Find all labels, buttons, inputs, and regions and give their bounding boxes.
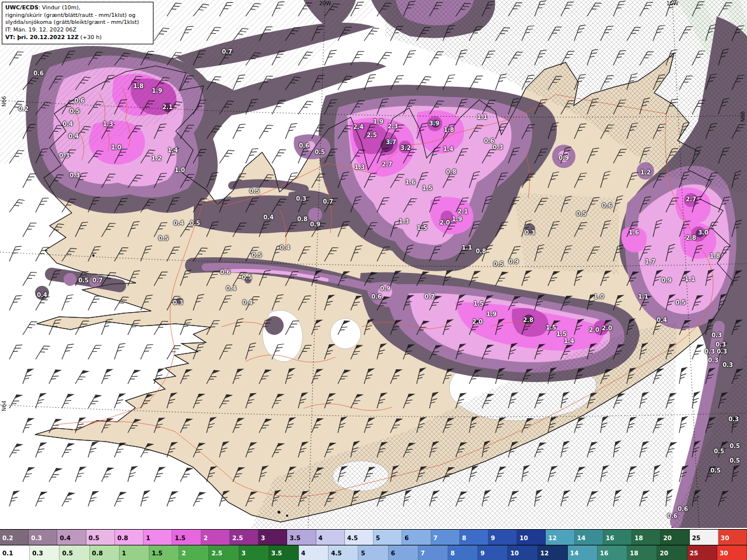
colorbar-cell: 14 xyxy=(568,545,598,560)
valid-time: VT: þri. 20.12.2022 12Z xyxy=(5,34,79,40)
colorbar-cell: 0.8 xyxy=(115,530,144,545)
graticule-label: 20W xyxy=(319,1,331,6)
colorbar-cell: 12 xyxy=(538,545,568,560)
colorbar-cell: 5 xyxy=(374,530,402,545)
colorbar-cell: 2 xyxy=(201,530,230,545)
colorbar-cell: 4 xyxy=(299,545,329,560)
colorbar-cell: 1.5 xyxy=(172,530,201,545)
product-subtitle: : Vindur (10m), xyxy=(39,4,81,10)
colorbar-cell: 0.3 xyxy=(29,530,57,545)
colorbar-cell: 30 xyxy=(717,545,747,560)
colorbar-cell: 1 xyxy=(144,530,172,545)
colorbar-cell: 16 xyxy=(598,545,627,560)
colorbar-cell: 4.5 xyxy=(329,545,358,560)
colorbar-cell: 18 xyxy=(627,545,657,560)
colorbar-cell: 1.5 xyxy=(149,545,179,560)
graticule-label: 15W xyxy=(666,1,678,6)
init-time: IT: Mán. 19. 12. 2022 06Z xyxy=(5,26,150,34)
colorbar-cell: 2 xyxy=(179,545,209,560)
colorbar-cell: 8 xyxy=(460,530,488,545)
graticule-label: N66 xyxy=(1,96,7,107)
graticule-label: N64 xyxy=(1,401,7,411)
product-name: UWC/ECDS xyxy=(5,4,39,10)
colorbar-cell: 16 xyxy=(603,530,632,545)
colorbar-cell: 12 xyxy=(546,530,574,545)
colorbar-cell: 0.5 xyxy=(60,545,89,560)
colorbar-cell: 0.3 xyxy=(30,545,60,560)
colorbar-cell: 7 xyxy=(431,530,460,545)
colorbar-cell: 14 xyxy=(575,530,603,545)
colorbar-cell: 3 xyxy=(259,530,287,545)
colorbar-cell: 7 xyxy=(418,545,448,560)
colorbar-cell: 6 xyxy=(389,545,418,560)
colorbar-cell: 6 xyxy=(402,530,431,545)
legend-snow-desc: slydda/snjókoma (grátt/bleikt/grænt - mm… xyxy=(5,19,150,26)
title-legend-box: UWC/ECDS: Vindur (10m), rigning/skúrir (… xyxy=(2,2,153,44)
weather-map xyxy=(0,0,747,529)
colorbar-snow-sleet: 0.20.30.40.50.811.522.533.544.5567891012… xyxy=(0,529,747,545)
colorbar-cell: 9 xyxy=(488,530,517,545)
colorbar-cell: 3.5 xyxy=(287,530,316,545)
colorbar-cell: 3 xyxy=(239,545,269,560)
colorbar-cell: 9 xyxy=(478,545,508,560)
colorbar-cell: 0.8 xyxy=(90,545,120,560)
colorbar-cell: 0.4 xyxy=(57,530,86,545)
colorbar-cell: 30 xyxy=(718,530,747,545)
colorbar-cell: 25 xyxy=(687,545,717,560)
colorbar-cell: 1 xyxy=(120,545,149,560)
colorbar-cell: 0.2 xyxy=(0,530,29,545)
colorbar-cell: 0.5 xyxy=(86,530,115,545)
product-title: UWC/ECDS: Vindur (10m), xyxy=(5,4,150,12)
colorbar-cell: 4 xyxy=(316,530,345,545)
colorbar-cell: 4.5 xyxy=(345,530,374,545)
valid-time-offset: (+30 h) xyxy=(79,34,102,40)
colorbar-cell: 10 xyxy=(517,530,546,545)
graticule-label: N66 xyxy=(740,111,746,122)
legend-rain-desc: rigning/skúrir (grænt/blátt/rautt - mm/1… xyxy=(5,12,150,19)
colorbar-cell: 5 xyxy=(358,545,388,560)
colorbar-cell: 25 xyxy=(690,530,718,545)
valid-time-line: VT: þri. 20.12.2022 12Z (+30 h) xyxy=(5,34,150,41)
colorbar-cell: 2.5 xyxy=(230,530,259,545)
colorbar-cell: 2.5 xyxy=(209,545,239,560)
colorbar-cell: 20 xyxy=(657,545,687,560)
colorbar-cell: 8 xyxy=(448,545,478,560)
colorbar-cell: 20 xyxy=(661,530,689,545)
weather-forecast-screen: { "header": { "line1_bold": "UWC/ECDS", … xyxy=(0,0,747,560)
colorbar-cell: 0.1 xyxy=(0,545,30,560)
colorbar-cell: 18 xyxy=(632,530,661,545)
colorbar-cell: 3.5 xyxy=(269,545,299,560)
colorbar-cell: 10 xyxy=(508,545,537,560)
colorbar-rain: 0.10.30.50.811.522.533.544.5567891012141… xyxy=(0,545,747,560)
